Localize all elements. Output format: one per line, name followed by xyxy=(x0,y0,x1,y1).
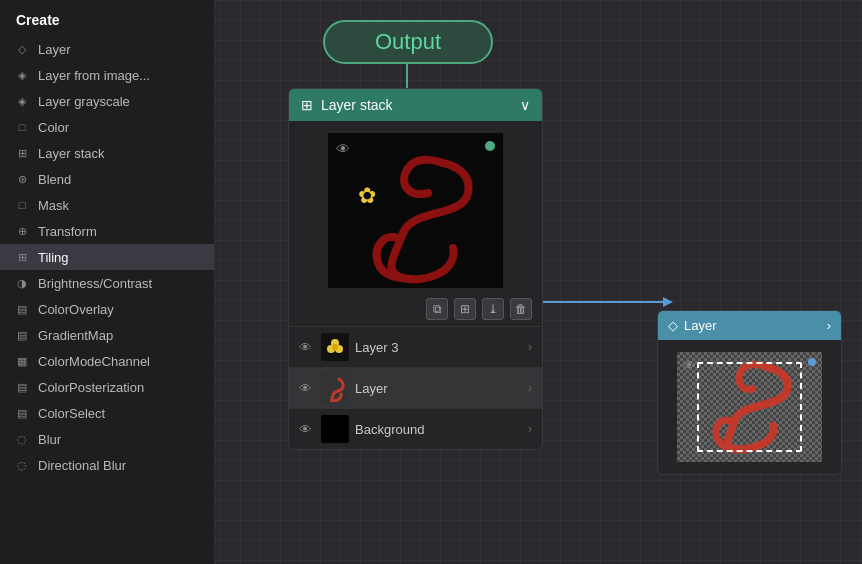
blend-icon: ⊛ xyxy=(14,171,30,187)
sidebar-item-label: Transform xyxy=(38,224,97,239)
blur-icon: ◌ xyxy=(14,431,30,447)
sidebar-item-color-posterization[interactable]: ▤ ColorPosterization xyxy=(0,374,214,400)
tiling-icon: ⊞ xyxy=(14,249,30,265)
copy-button[interactable]: ⧉ xyxy=(426,298,448,320)
sidebar-item-label: Layer xyxy=(38,42,71,57)
node-preview: 👁 ✿ xyxy=(328,133,503,288)
color-select-icon: ▤ xyxy=(14,405,30,421)
layer-name: Layer xyxy=(355,381,522,396)
sidebar-item-directional-blur[interactable]: ◌ Directional Blur xyxy=(0,452,214,478)
layer-eye-icon[interactable]: 👁 xyxy=(299,381,315,396)
layer3-name: Layer 3 xyxy=(355,340,522,355)
layer-grayscale-icon: ◈ xyxy=(14,93,30,109)
canvas-area: Output ⊞ Layer stack ∨ 👁 xyxy=(215,0,862,564)
svg-point-8 xyxy=(332,344,338,350)
layer-thumb xyxy=(321,374,349,402)
sidebar-item-color-select[interactable]: ▤ ColorSelect xyxy=(0,400,214,426)
sidebar-item-label: Blur xyxy=(38,432,61,447)
sidebar-item-label: GradientMap xyxy=(38,328,113,343)
output-node[interactable]: Output xyxy=(323,20,493,64)
sidebar-item-transform[interactable]: ⊕ Transform xyxy=(0,218,214,244)
merge-button[interactable]: ⤓ xyxy=(482,298,504,320)
sidebar-item-layer[interactable]: ◇ Layer xyxy=(0,36,214,62)
selection-rect xyxy=(697,362,802,452)
sidebar-item-label: Color xyxy=(38,120,69,135)
sidebar-item-layer-stack[interactable]: ⊞ Layer stack xyxy=(0,140,214,166)
sidebar-item-label: Mask xyxy=(38,198,69,213)
layer3-arrow-icon: › xyxy=(528,340,532,354)
sidebar-item-layer-grayscale[interactable]: ◈ Layer grayscale xyxy=(0,88,214,114)
sidebar-item-layer-from-image[interactable]: ◈ Layer from image... xyxy=(0,62,214,88)
sidebar: Create ◇ Layer ◈ Layer from image... ◈ L… xyxy=(0,0,215,564)
sidebar-item-label: Blend xyxy=(38,172,71,187)
sidebar-item-tiling[interactable]: ⊞ Tiling xyxy=(0,244,214,270)
sidebar-item-color-mode-channel[interactable]: ▦ ColorModeChannel xyxy=(0,348,214,374)
node-header-left: ⊞ Layer stack xyxy=(301,97,393,113)
color-overlay-icon: ▤ xyxy=(14,301,30,317)
background-thumb xyxy=(321,415,349,443)
layer-stack-title: Layer stack xyxy=(321,97,393,113)
sidebar-item-label: ColorPosterization xyxy=(38,380,144,395)
preview-svg xyxy=(328,133,503,288)
layer-mini-title: Layer xyxy=(684,318,717,333)
layer-stack-icon: ⊞ xyxy=(14,145,30,161)
preview-eye-icon[interactable]: 👁 xyxy=(336,141,350,157)
flower-overlay-icon: ✿ xyxy=(358,183,376,209)
gradient-map-icon: ▤ xyxy=(14,327,30,343)
node-header[interactable]: ⊞ Layer stack ∨ xyxy=(289,89,542,121)
sidebar-item-mask[interactable]: □ Mask xyxy=(0,192,214,218)
layer-row-layer[interactable]: 👁 Layer › xyxy=(289,367,542,408)
delete-button[interactable]: 🗑 xyxy=(510,298,532,320)
sidebar-item-label: Directional Blur xyxy=(38,458,126,473)
collapse-icon[interactable]: ∨ xyxy=(520,97,530,113)
layer-mini-header[interactable]: ◇ Layer › xyxy=(658,311,841,340)
svg-rect-9 xyxy=(321,374,349,402)
sidebar-item-label: Brightness/Contrast xyxy=(38,276,152,291)
sidebar-item-brightness-contrast[interactable]: ◑ Brightness/Contrast xyxy=(0,270,214,296)
sidebar-item-color[interactable]: □ Color xyxy=(0,114,214,140)
output-label: Output xyxy=(375,29,441,55)
layer3-eye-icon[interactable]: 👁 xyxy=(299,340,315,355)
layer-row-layer3[interactable]: 👁 Layer 3 › xyxy=(289,326,542,367)
sidebar-item-label: ColorModeChannel xyxy=(38,354,150,369)
layer-mini-header-icon: ◇ xyxy=(668,318,678,333)
layer-stack-header-icon: ⊞ xyxy=(301,97,313,113)
sidebar-item-blend[interactable]: ⊛ Blend xyxy=(0,166,214,192)
sidebar-title: Create xyxy=(0,0,214,36)
layer-mini-arrow-icon: › xyxy=(827,318,831,333)
sidebar-item-label: ColorOverlay xyxy=(38,302,114,317)
layer-from-image-icon: ◈ xyxy=(14,67,30,83)
color-icon: □ xyxy=(14,119,30,135)
sidebar-item-label: Layer grayscale xyxy=(38,94,130,109)
layer-stack-node: ⊞ Layer stack ∨ 👁 xyxy=(288,88,543,450)
sidebar-item-label: Layer from image... xyxy=(38,68,150,83)
sidebar-item-color-overlay[interactable]: ▤ ColorOverlay xyxy=(0,296,214,322)
sidebar-item-blur[interactable]: ◌ Blur xyxy=(0,426,214,452)
background-arrow-icon: › xyxy=(528,422,532,436)
layer-row-background[interactable]: 👁 Background › xyxy=(289,408,542,449)
layer-icon: ◇ xyxy=(14,41,30,57)
sidebar-item-label: Layer stack xyxy=(38,146,104,161)
layer-mini-preview: 👁 xyxy=(677,352,822,462)
sidebar-item-label: Tiling xyxy=(38,250,69,265)
toolbar-row: ⧉ ⊞ ⤓ 🗑 xyxy=(289,294,542,326)
svg-marker-2 xyxy=(663,297,673,307)
background-eye-icon[interactable]: 👁 xyxy=(299,422,315,437)
layer-arrow-icon: › xyxy=(528,381,532,395)
sidebar-item-label: ColorSelect xyxy=(38,406,105,421)
directional-blur-icon: ◌ xyxy=(14,457,30,473)
color-mode-channel-icon: ▦ xyxy=(14,353,30,369)
mask-icon: □ xyxy=(14,197,30,213)
brightness-contrast-icon: ◑ xyxy=(14,275,30,291)
layers-button[interactable]: ⊞ xyxy=(454,298,476,320)
layer3-thumb xyxy=(321,333,349,361)
preview-dot xyxy=(485,141,495,151)
sidebar-item-gradient-map[interactable]: ▤ GradientMap xyxy=(0,322,214,348)
svg-rect-3 xyxy=(328,133,503,288)
layer-mini-node: ◇ Layer › 👁 xyxy=(657,310,842,475)
color-posterization-icon: ▤ xyxy=(14,379,30,395)
background-name: Background xyxy=(355,422,522,437)
transform-icon: ⊕ xyxy=(14,223,30,239)
